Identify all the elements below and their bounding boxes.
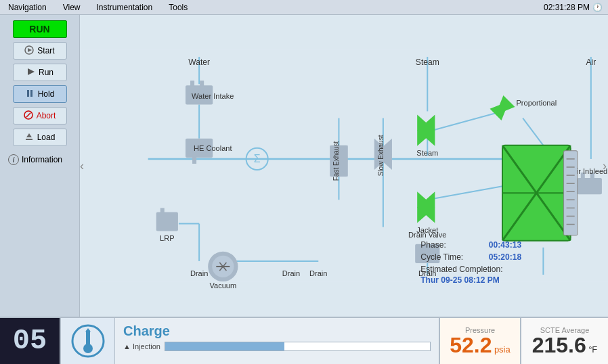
- injection-bar-area: ▲ Injection: [123, 342, 431, 351]
- information-label: Information: [22, 155, 62, 164]
- svg-text:00:43:13: 00:43:13: [489, 240, 522, 250]
- svg-marker-2: [28, 68, 35, 75]
- menu-view[interactable]: View: [60, 1, 83, 14]
- svg-point-98: [83, 344, 93, 353]
- svg-text:Slow Exhaust: Slow Exhaust: [377, 135, 385, 176]
- svg-text:Air: Air: [586, 58, 596, 67]
- svg-text:Water: Water: [188, 58, 210, 67]
- svg-rect-31: [200, 81, 204, 87]
- bottom-bar: 05 Charge ▲ Injection Pressure 52.2 psia: [0, 317, 608, 364]
- pressure-unit: psia: [494, 344, 511, 355]
- svg-rect-73: [564, 151, 578, 235]
- abort-label: Abort: [37, 111, 56, 120]
- menu-instrumentation[interactable]: Instrumentation: [94, 1, 156, 14]
- svg-text:Drain Valve: Drain Valve: [408, 231, 446, 239]
- information-button[interactable]: i Information: [5, 153, 74, 166]
- svg-text:05:20:18: 05:20:18: [489, 252, 522, 262]
- svg-text:HE Coolant: HE Coolant: [194, 144, 232, 152]
- clock-icon: 🕐: [592, 3, 603, 12]
- start-button[interactable]: Start: [13, 42, 67, 60]
- svg-text:Proportional: Proportional: [516, 99, 557, 107]
- svg-text:Drain: Drain: [190, 269, 208, 277]
- load-label: Load: [37, 133, 56, 142]
- svg-rect-54: [578, 178, 602, 194]
- svg-text:Drain: Drain: [309, 269, 327, 277]
- hold-icon: [25, 89, 35, 100]
- menu-navigation[interactable]: Navigation: [5, 1, 49, 14]
- scte-unit: °F: [588, 344, 597, 355]
- svg-marker-8: [26, 133, 32, 137]
- load-icon: [24, 132, 34, 143]
- load-button[interactable]: Load: [13, 129, 67, 146]
- svg-rect-7: [26, 139, 32, 140]
- svg-text:Water Intake: Water Intake: [192, 92, 234, 100]
- run-label: Run: [39, 68, 53, 77]
- nav-arrow-left[interactable]: ‹: [80, 159, 84, 173]
- abort-icon: [24, 110, 33, 122]
- clock-display: 02:31:28 PM 🕐: [544, 3, 603, 12]
- svg-text:Cycle Time:: Cycle Time:: [420, 252, 463, 262]
- run-button[interactable]: Run: [13, 64, 67, 81]
- pressure-display: Pressure 52.2 psia: [439, 318, 520, 364]
- injection-progress-bar: [165, 342, 431, 351]
- scte-value: 215.6: [532, 333, 586, 357]
- svg-text:Thur 09-25 08:12 PM: Thur 09-25 08:12 PM: [420, 275, 500, 285]
- thermometer-charge-icon: [71, 324, 105, 358]
- menu-items: Navigation View Instrumentation Tools: [5, 1, 190, 14]
- svg-rect-34: [192, 156, 196, 164]
- svg-text:LRP: LRP: [160, 234, 175, 242]
- svg-rect-59: [160, 208, 165, 214]
- svg-text:Steam: Steam: [416, 149, 438, 157]
- pressure-value: 52.2: [450, 333, 492, 357]
- phase-label-area: Charge ▲ Injection: [115, 318, 439, 364]
- hold-label: Hold: [38, 89, 55, 99]
- time-value: 02:31:28 PM: [544, 3, 590, 12]
- svg-rect-4: [30, 90, 32, 97]
- phase-name: Charge: [123, 323, 431, 339]
- svg-text:Estimated Completion:: Estimated Completion:: [420, 265, 502, 274]
- svg-text:Steam: Steam: [416, 58, 439, 67]
- phase-icon-area: [61, 318, 115, 364]
- main-area: RUN Start Run Hold Abort: [0, 15, 608, 317]
- menu-bar: Navigation View Instrumentation Tools 02…: [0, 0, 608, 15]
- injection-label: ▲ Injection: [123, 342, 160, 350]
- menu-tools[interactable]: Tools: [166, 1, 190, 14]
- svg-text:Phase:: Phase:: [420, 240, 446, 250]
- scte-display: SCTE Average 215.6 °F: [520, 318, 608, 364]
- start-label: Start: [37, 46, 54, 55]
- left-panel: RUN Start Run Hold Abort: [0, 15, 80, 317]
- svg-text:Vacuum: Vacuum: [209, 281, 236, 290]
- svg-rect-30: [190, 81, 194, 87]
- hold-button[interactable]: Hold: [13, 85, 67, 103]
- nav-arrow-right[interactable]: ›: [603, 159, 607, 173]
- info-icon: i: [8, 154, 19, 165]
- run-indicator: RUN: [13, 20, 67, 38]
- svg-line-6: [26, 112, 30, 116]
- svg-marker-99: [85, 328, 91, 332]
- injection-bar-fill: [165, 342, 284, 350]
- svg-text:Fast Exhaust: Fast Exhaust: [332, 141, 340, 181]
- svg-rect-3: [27, 90, 29, 97]
- start-icon: [24, 45, 34, 57]
- svg-text:Σ: Σ: [254, 152, 261, 164]
- phase-number: 05: [0, 318, 61, 364]
- diagram-area: Water Intake HE Coolant Σ Fast Exhaust S…: [80, 15, 608, 317]
- run-icon: [26, 67, 35, 78]
- svg-marker-1: [28, 48, 32, 52]
- svg-rect-58: [156, 212, 178, 231]
- svg-text:Drain: Drain: [282, 269, 300, 277]
- abort-button[interactable]: Abort: [13, 107, 67, 124]
